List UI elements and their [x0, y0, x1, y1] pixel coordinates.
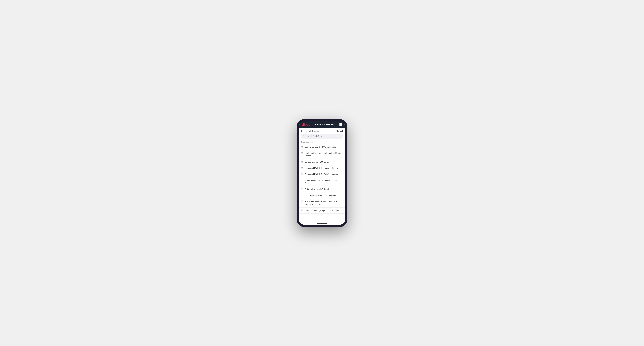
pin-icon [301, 194, 303, 196]
course-name: Dukes Meadows GC, London [305, 188, 331, 190]
hamburger-menu-button[interactable] [339, 123, 342, 126]
svg-point-8 [302, 189, 302, 189]
list-item[interactable]: Dukes Meadows GC, London [299, 186, 345, 192]
pin-icon [301, 146, 303, 148]
course-name: Brent Valley Municipal GC, London [305, 194, 336, 197]
svg-point-4 [302, 161, 302, 162]
course-name: Royal Wimbledon GC, Great London Authori… [305, 179, 343, 184]
find-header: Find a Golf Course Cancel [299, 128, 345, 134]
search-container [299, 134, 345, 140]
phone-screen: clippd Recent Searches Find a Golf Cours… [299, 121, 345, 225]
hamburger-line-3 [339, 125, 342, 126]
cancel-button[interactable]: Cancel [336, 130, 343, 132]
svg-point-10 [302, 201, 302, 201]
svg-line-1 [304, 137, 304, 137]
pin-icon [301, 188, 303, 190]
list-item[interactable]: Richmond Park GC - Prince's, Surrey [299, 165, 345, 171]
svg-point-5 [302, 167, 302, 168]
nearby-courses-label: Nearby courses [299, 140, 345, 144]
course-name: Roehampton Club - Roehampton, Greater Lo… [305, 152, 343, 157]
app-header: clippd Recent Searches [299, 121, 345, 128]
pin-icon [301, 167, 303, 169]
pin-icon [301, 200, 303, 202]
list-item[interactable]: Roehampton Club - Roehampton, Greater Lo… [299, 150, 345, 159]
svg-point-6 [302, 173, 302, 174]
svg-point-9 [302, 195, 302, 195]
course-name: North Middlesex GC (1011942 - North Midd… [305, 200, 343, 206]
home-indicator [317, 223, 327, 224]
course-list: Central London Golf Centre, LondonRoeham… [299, 144, 345, 222]
phone-frame: clippd Recent Searches Find a Golf Cours… [296, 119, 348, 227]
search-input-wrapper [301, 134, 343, 139]
svg-point-7 [302, 180, 302, 180]
list-item[interactable]: Royal Wimbledon GC, Great London Authori… [299, 177, 345, 186]
pin-icon [301, 179, 303, 181]
pin-icon [301, 152, 303, 154]
pin-icon [301, 161, 303, 163]
svg-point-11 [302, 210, 302, 210]
list-item[interactable]: Richmond Park GC - Duke's, London [299, 171, 345, 177]
pin-icon [301, 173, 303, 175]
hamburger-line-1 [339, 123, 342, 124]
app-content: Find a Golf Course Cancel Nearby courses… [299, 128, 345, 222]
list-item[interactable]: Coombe Hill GC, Kingston upon Thames [299, 207, 345, 214]
phone-bottom [299, 222, 345, 225]
course-name: London Scottish GC, London [305, 161, 330, 163]
app-title: Recent Searches [315, 123, 335, 126]
hamburger-line-2 [339, 124, 342, 125]
course-name: Coombe Hill GC, Kingston upon Thames [305, 209, 341, 212]
list-item[interactable]: London Scottish GC, London [299, 159, 345, 165]
search-icon [302, 135, 305, 137]
find-label: Find a Golf Course [301, 130, 319, 132]
list-item[interactable]: Central London Golf Centre, London [299, 144, 345, 150]
app-logo: clippd [302, 123, 310, 126]
course-name: Richmond Park GC - Duke's, London [305, 173, 338, 175]
list-item[interactable]: Brent Valley Municipal GC, London [299, 192, 345, 198]
course-name: Central London Golf Centre, London [305, 146, 337, 148]
svg-point-3 [302, 152, 302, 153]
search-input[interactable] [306, 135, 342, 137]
course-name: Richmond Park GC - Prince's, Surrey [305, 167, 338, 170]
list-item[interactable]: North Middlesex GC (1011942 - North Midd… [299, 198, 345, 207]
pin-icon [301, 209, 303, 211]
svg-point-2 [302, 146, 302, 147]
